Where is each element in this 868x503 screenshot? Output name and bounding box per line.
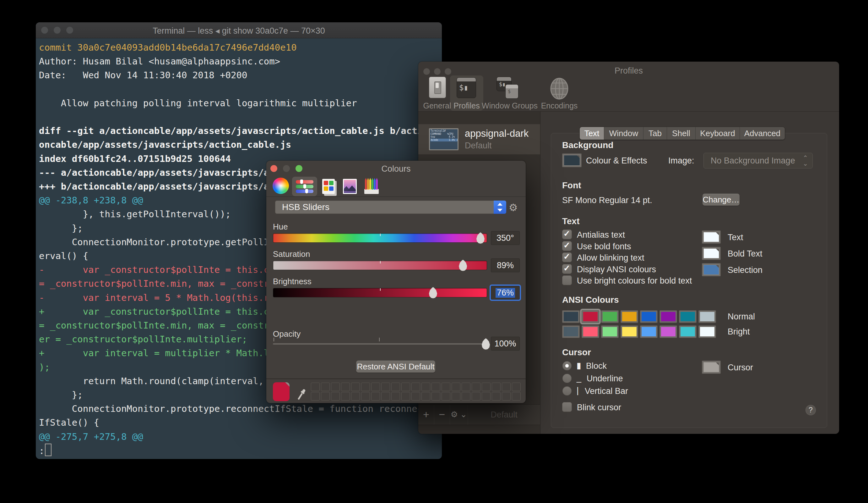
swatch-slot[interactable] (462, 392, 471, 401)
ansi-colour-well[interactable] (582, 310, 599, 323)
swatch-slot[interactable] (512, 383, 521, 391)
radio-block[interactable] (562, 361, 571, 370)
colour-wheel-icon[interactable] (272, 178, 289, 194)
swatch-slot[interactable] (442, 383, 450, 391)
checkbox-use-bold-fonts[interactable]: ✓ (562, 241, 572, 251)
ansi-colour-well[interactable] (679, 325, 696, 338)
swatch-slot[interactable] (391, 392, 400, 401)
remove-profile-button[interactable]: − (434, 405, 450, 425)
tab-advanced[interactable]: Advanced (740, 127, 785, 140)
swatch-slot[interactable] (492, 383, 500, 391)
swatch-slot[interactable] (411, 383, 420, 391)
swatch-slot[interactable] (502, 392, 510, 401)
terminal-titlebar[interactable]: Terminal — less ◂ git show 30a0c7e — 70×… (36, 22, 442, 38)
radio-underline[interactable] (562, 374, 571, 383)
checkbox-display-ansi-colours[interactable]: ✓ (562, 264, 572, 274)
swatch-slot[interactable] (341, 383, 350, 391)
ansi-colour-well[interactable] (562, 310, 580, 323)
swatch-slot[interactable] (482, 392, 490, 401)
swatch-slot[interactable] (422, 383, 430, 391)
actions-menu-button[interactable]: ⚙ ⌄ (450, 405, 468, 425)
add-profile-button[interactable]: + (418, 405, 434, 425)
ansi-colour-well[interactable] (660, 325, 677, 338)
opacity-value[interactable]: 100% (491, 337, 520, 351)
swatch-slot[interactable] (331, 392, 340, 401)
swatch-slot[interactable] (391, 383, 400, 391)
ansi-colour-well[interactable] (699, 310, 716, 323)
swatch-slot[interactable] (452, 383, 461, 391)
swatch-slot[interactable] (381, 383, 390, 391)
swatch-slot[interactable] (371, 392, 380, 401)
pencils-icon[interactable] (364, 178, 379, 194)
saturation-value[interactable]: 89% (491, 259, 520, 272)
swatch-slot[interactable] (492, 392, 500, 401)
current-colour-swatch[interactable] (273, 382, 290, 401)
swatch-grid[interactable] (311, 383, 522, 401)
opacity-slider-thumb[interactable] (482, 338, 490, 350)
tab-text[interactable]: Text (580, 127, 604, 140)
swatch-slot[interactable] (331, 383, 340, 391)
saturation-slider[interactable] (273, 261, 487, 270)
help-button[interactable]: ? (806, 405, 816, 415)
tab-shell[interactable]: Shell (667, 127, 695, 140)
background-colour-well[interactable] (562, 153, 582, 167)
checkbox-use-bright-colours-for-bold-text[interactable] (562, 275, 572, 285)
opacity-slider[interactable] (273, 343, 486, 344)
swatch-slot[interactable] (482, 383, 490, 391)
stepper-icon[interactable] (494, 201, 506, 214)
swatch-slot[interactable] (351, 383, 360, 391)
toolbar-item-window-groups[interactable]: $▮ $ Window Groups (491, 77, 528, 109)
radio-vertical-bar[interactable] (562, 386, 571, 395)
tab-tab[interactable]: Tab (643, 127, 667, 140)
text-colour-well[interactable] (702, 230, 721, 244)
swatch-slot[interactable] (502, 383, 510, 391)
ansi-colour-well[interactable] (640, 310, 658, 323)
set-default-button[interactable]: Default (468, 405, 540, 425)
swatch-slot[interactable] (462, 383, 471, 391)
cursor-colour-well[interactable] (702, 361, 721, 374)
swatch-slot[interactable] (411, 392, 420, 401)
hue-slider[interactable] (273, 233, 487, 243)
change-font-button[interactable]: Change… (703, 194, 740, 205)
ansi-colour-well[interactable] (621, 310, 638, 323)
gear-icon[interactable]: ⚙ (509, 202, 518, 213)
ansi-colour-well[interactable] (582, 325, 599, 338)
restore-ansi-default-button[interactable]: Restore ANSI Default (356, 361, 435, 373)
swatch-slot[interactable] (341, 392, 350, 401)
selection-colour-well[interactable] (702, 263, 721, 276)
swatch-slot[interactable] (401, 392, 410, 401)
ansi-colour-well[interactable] (640, 325, 658, 338)
swatch-slot[interactable] (351, 392, 360, 401)
ansi-colour-well[interactable] (601, 325, 619, 338)
ansi-colour-well[interactable] (699, 325, 716, 338)
swatch-slot[interactable] (361, 383, 370, 391)
swatch-slot[interactable] (472, 383, 480, 391)
swatch-slot[interactable] (371, 383, 380, 391)
tab-window[interactable]: Window (604, 127, 643, 140)
blink-cursor-checkbox[interactable] (562, 402, 572, 412)
swatch-slot[interactable] (442, 392, 450, 401)
swatch-slot[interactable] (422, 392, 430, 401)
slider-mode-dropdown[interactable]: HSB Sliders (275, 201, 506, 214)
ansi-colour-well[interactable] (621, 325, 638, 338)
ansi-colour-well[interactable] (562, 325, 580, 338)
swatch-slot[interactable] (432, 392, 440, 401)
swatch-slot[interactable] (381, 392, 390, 401)
sliders-icon[interactable] (296, 180, 313, 193)
checkbox-allow-blinking-text[interactable]: ✓ (562, 252, 572, 262)
swatch-slot[interactable] (311, 392, 320, 401)
hue-value[interactable]: 350° (491, 231, 520, 245)
ansi-colour-well[interactable] (679, 310, 696, 323)
swatch-slot[interactable] (452, 392, 461, 401)
swatch-slot[interactable] (311, 383, 320, 391)
background-image-dropdown[interactable]: No Background Image ⌃⌄ (703, 153, 813, 169)
brightness-slider[interactable] (273, 288, 487, 298)
bold-text-colour-well[interactable] (702, 247, 721, 260)
tab-keyboard[interactable]: Keyboard (695, 127, 740, 140)
eyedropper-icon[interactable] (297, 384, 306, 400)
swatch-slot[interactable] (321, 383, 330, 391)
palettes-icon[interactable] (322, 179, 335, 194)
brightness-value[interactable]: 76% (491, 286, 520, 300)
swatch-slot[interactable] (472, 392, 480, 401)
ansi-colour-well[interactable] (601, 310, 619, 323)
